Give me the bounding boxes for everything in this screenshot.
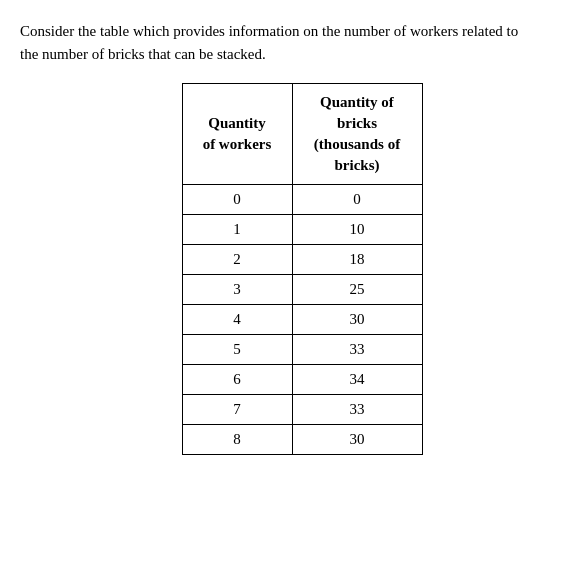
col-bricks-header: Quantity of bricks (thousands of bricks) xyxy=(292,84,422,185)
workers-cell: 0 xyxy=(182,185,292,215)
col-workers-header: Quantity of workers xyxy=(182,84,292,185)
bricks-cell: 25 xyxy=(292,275,422,305)
intro-paragraph: Consider the table which provides inform… xyxy=(20,20,540,65)
workers-cell: 4 xyxy=(182,305,292,335)
bricks-cell: 30 xyxy=(292,305,422,335)
workers-bricks-table: Quantity of workers Quantity of bricks (… xyxy=(182,83,423,455)
workers-cell: 7 xyxy=(182,395,292,425)
workers-cell: 1 xyxy=(182,215,292,245)
table-row: 110 xyxy=(182,215,422,245)
workers-cell: 2 xyxy=(182,245,292,275)
bricks-cell: 0 xyxy=(292,185,422,215)
workers-cell: 6 xyxy=(182,365,292,395)
table-row: 430 xyxy=(182,305,422,335)
bricks-cell: 18 xyxy=(292,245,422,275)
table-row: 533 xyxy=(182,335,422,365)
table-wrapper: Quantity of workers Quantity of bricks (… xyxy=(50,83,554,455)
table-row: 733 xyxy=(182,395,422,425)
table-row: 325 xyxy=(182,275,422,305)
workers-cell: 3 xyxy=(182,275,292,305)
bricks-cell: 30 xyxy=(292,425,422,455)
table-row: 218 xyxy=(182,245,422,275)
workers-cell: 5 xyxy=(182,335,292,365)
table-row: 830 xyxy=(182,425,422,455)
bricks-cell: 34 xyxy=(292,365,422,395)
bricks-cell: 33 xyxy=(292,335,422,365)
table-header-row: Quantity of workers Quantity of bricks (… xyxy=(182,84,422,185)
bricks-cell: 10 xyxy=(292,215,422,245)
workers-cell: 8 xyxy=(182,425,292,455)
bricks-cell: 33 xyxy=(292,395,422,425)
table-row: 634 xyxy=(182,365,422,395)
table-row: 00 xyxy=(182,185,422,215)
